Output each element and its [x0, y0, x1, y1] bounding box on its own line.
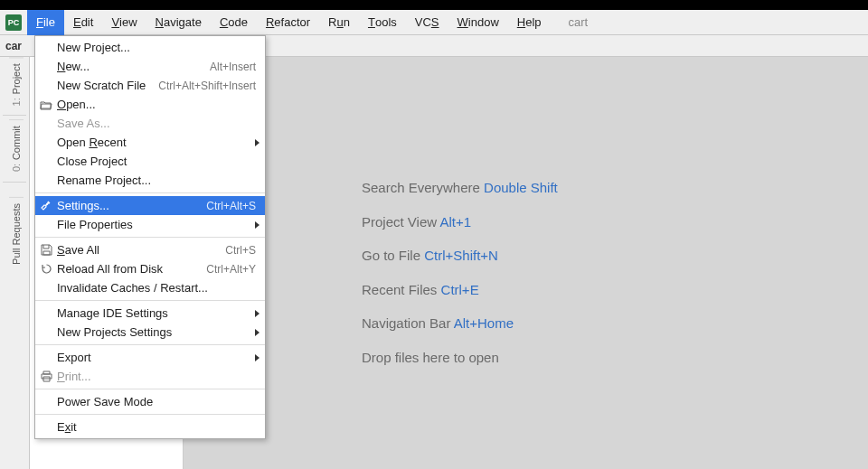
- menu-item-label: Open...: [57, 98, 256, 111]
- welcome-hint: Go to File Ctrl+Shift+N: [362, 239, 741, 273]
- submenu-arrow-icon: [255, 139, 259, 146]
- menu-item-label: New...: [57, 60, 199, 73]
- gutter-tab-pull-requests[interactable]: Pull Requests: [9, 197, 24, 270]
- menu-item-print: Print...: [35, 367, 265, 386]
- menu-item-open[interactable]: Open...: [35, 95, 265, 114]
- menu-item-save-all[interactable]: Save AllCtrl+S: [35, 240, 265, 259]
- welcome-hint: Drop files here to open: [362, 340, 741, 374]
- menu-item-close-project[interactable]: Close Project: [35, 152, 265, 171]
- welcome-hint: Navigation Bar Alt+Home: [362, 306, 741, 341]
- menu-edit[interactable]: Edit: [64, 10, 102, 35]
- menu-file[interactable]: File: [27, 10, 64, 35]
- menu-item-export[interactable]: Export: [35, 348, 265, 367]
- menu-item-settings[interactable]: Settings...Ctrl+Alt+S: [35, 196, 265, 215]
- menu-item-reload-all-from-disk[interactable]: Reload All from DiskCtrl+Alt+Y: [35, 259, 265, 278]
- menu-run[interactable]: Run: [319, 10, 359, 35]
- menu-item-label: Close Project: [57, 155, 256, 168]
- menu-window[interactable]: Window: [448, 10, 508, 35]
- menu-separator: [35, 414, 265, 415]
- menu-item-label: Exit: [57, 420, 256, 434]
- menu-item-new[interactable]: New...Alt+Insert: [35, 57, 265, 76]
- menu-item-manage-ide-settings[interactable]: Manage IDE Settings: [35, 304, 265, 323]
- menu-separator: [35, 300, 265, 301]
- menu-item-label: Export: [57, 351, 255, 364]
- menu-item-save-as: Save As...: [35, 114, 265, 133]
- menu-item-open-recent[interactable]: Open Recent: [35, 133, 265, 152]
- app-icon-text: PC: [8, 18, 20, 27]
- menu-item-shortcut: Ctrl+Alt+Shift+Insert: [147, 80, 256, 92]
- menu-item-shortcut: Alt+Insert: [199, 61, 256, 73]
- submenu-arrow-icon: [255, 310, 259, 317]
- menu-item-exit[interactable]: Exit: [35, 417, 265, 436]
- menu-refactor[interactable]: Refactor: [257, 10, 319, 35]
- menu-item-new-projects-settings[interactable]: New Projects Settings: [35, 323, 265, 342]
- menu-item-label: Manage IDE Settings: [57, 306, 255, 320]
- menu-item-power-save-mode[interactable]: Power Save Mode: [35, 392, 265, 411]
- menu-item-invalidate-caches-restart[interactable]: Invalidate Caches / Restart...: [35, 278, 265, 297]
- menu-item-label: File Properties: [57, 218, 255, 231]
- menu-bar: PC FileEditViewNavigateCodeRefactorRunTo…: [0, 10, 868, 35]
- menu-separator: [35, 192, 265, 193]
- welcome-hints: Search Everywhere Double ShiftProject Vi…: [362, 171, 741, 374]
- save-icon: [39, 243, 53, 258]
- menu-vcs[interactable]: VCS: [406, 10, 448, 35]
- reload-icon: [39, 262, 53, 277]
- menu-separator: [35, 344, 265, 345]
- menu-item-label: Open Recent: [57, 136, 255, 149]
- menu-bar-items: FileEditViewNavigateCodeRefactorRunTools…: [27, 10, 551, 35]
- navbar-breadcrumb[interactable]: cart: [551, 15, 589, 29]
- print-icon: [39, 370, 53, 384]
- menu-item-label: New Scratch File: [57, 79, 147, 92]
- menu-item-label: Save All: [57, 243, 214, 257]
- menu-item-label: Settings...: [57, 199, 195, 212]
- menu-tools[interactable]: Tools: [359, 10, 406, 35]
- menu-separator: [35, 389, 265, 389]
- menu-item-label: Rename Project...: [57, 174, 256, 187]
- menu-navigate[interactable]: Navigate: [146, 10, 211, 35]
- menu-view[interactable]: View: [102, 10, 146, 35]
- menu-item-new-scratch-file[interactable]: New Scratch FileCtrl+Alt+Shift+Insert: [35, 76, 265, 95]
- menu-item-shortcut: Ctrl+Alt+S: [195, 200, 256, 212]
- welcome-hint: Search Everywhere Double Shift: [362, 171, 741, 205]
- wrench-icon: [39, 199, 53, 213]
- gutter-tab-commit[interactable]: 0: Commit: [9, 119, 24, 177]
- gutter-tab-project[interactable]: 1: Project: [9, 57, 24, 111]
- menu-item-label: New Project...: [57, 41, 256, 54]
- window-titlebar: [0, 0, 868, 10]
- folder-open-icon: [39, 98, 53, 112]
- welcome-hint: Recent Files Ctrl+E: [362, 272, 741, 306]
- menu-item-label: Power Save Mode: [57, 395, 256, 408]
- welcome-hint: Project View Alt+1: [362, 204, 741, 239]
- menu-item-new-project[interactable]: New Project...: [35, 38, 265, 57]
- submenu-arrow-icon: [255, 354, 259, 361]
- menu-item-label: Reload All from Disk: [57, 262, 195, 276]
- submenu-arrow-icon: [255, 329, 259, 336]
- menu-item-shortcut: Ctrl+Alt+Y: [195, 263, 256, 276]
- menu-item-rename-project[interactable]: Rename Project...: [35, 171, 265, 190]
- file-menu-dropdown: New Project...New...Alt+InsertNew Scratc…: [34, 35, 266, 439]
- menu-item-file-properties[interactable]: File Properties: [35, 215, 265, 234]
- menu-item-label: New Projects Settings: [57, 325, 255, 339]
- menu-item-shortcut: Ctrl+S: [214, 244, 256, 257]
- app-icon: PC: [5, 14, 22, 31]
- menu-help[interactable]: Help: [508, 10, 551, 35]
- submenu-arrow-icon: [255, 221, 259, 229]
- left-tool-gutter: 1: Project0: CommitPull Requests: [0, 57, 30, 469]
- menu-item-label: Print...: [57, 370, 256, 383]
- menu-code[interactable]: Code: [211, 10, 257, 35]
- menu-item-label: Save As...: [57, 117, 256, 130]
- menu-item-label: Invalidate Caches / Restart...: [57, 281, 256, 295]
- menu-separator: [35, 237, 265, 238]
- nav-project-label[interactable]: car: [5, 40, 22, 52]
